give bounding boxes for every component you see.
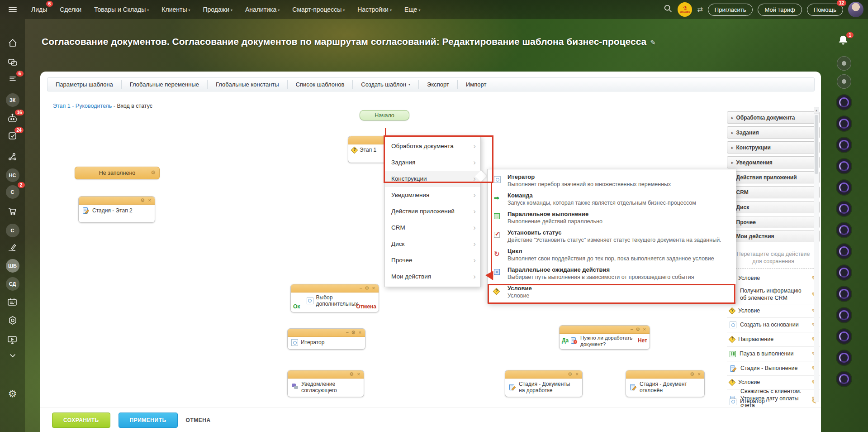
tariff-button[interactable]: Мой тариф [758, 4, 802, 16]
apply-button[interactable]: ПРИМЕНИТЬ [119, 413, 178, 428]
video-icon[interactable] [7, 334, 19, 345]
flow-node-start[interactable]: Начало [360, 110, 409, 120]
nav-deals[interactable]: Сделки [60, 6, 81, 13]
my-action-row[interactable]: Создать на основании ✎ [727, 318, 820, 332]
group-zk-avatar[interactable]: ЗК [6, 93, 19, 107]
app-shortcut-icon[interactable] [837, 287, 851, 301]
app-shortcut-icon[interactable] [837, 308, 851, 322]
close-icon[interactable]: × [372, 285, 375, 292]
tab-import[interactable]: Импорт [458, 78, 494, 91]
flow-node-choice[interactable]: − ⚙ × Выбор дополнительных Ок Отмена [290, 284, 379, 312]
gear-icon[interactable]: ⚙ [151, 169, 156, 176]
sign-icon[interactable] [7, 242, 19, 253]
group-c2-avatar[interactable]: С [6, 224, 19, 237]
portal-logo[interactable]: ⚗ BXLabs [678, 2, 692, 17]
app-shortcut-icon[interactable] [837, 95, 851, 110]
flow-node-stage-rework[interactable]: ⚙ × Стадия - Документы на доработке [505, 370, 583, 397]
chevron-down-icon[interactable] [7, 351, 18, 360]
my-action-row[interactable]: Условие ✎ [727, 376, 820, 389]
flow-node-stage-rejected[interactable]: ⚙ × Стадия - Документ отклонён [626, 370, 705, 397]
nav-settings[interactable]: Настройки▾ [357, 6, 392, 13]
tab-template-list[interactable]: Список шаблонов [288, 78, 353, 91]
gear-icon[interactable]: ⚙ [365, 285, 369, 292]
my-action-row[interactable]: Условие ✎ [727, 304, 820, 318]
minimize-icon[interactable]: − [631, 326, 633, 333]
app-shortcut-icon[interactable] [837, 138, 851, 152]
flow-node-notify[interactable]: ⚙ × Уведомление согласующего [287, 370, 364, 397]
tab-global-variables[interactable]: Глобальные переменные [122, 78, 207, 91]
menu-item-notifications[interactable]: Уведомления› [385, 187, 480, 203]
accordion-other[interactable]: ▸Прочее [727, 216, 820, 228]
app-shortcut-icon[interactable] [837, 329, 851, 344]
accordion-tasks[interactable]: ▸Задания [727, 126, 820, 139]
gear-icon[interactable]: ⚙ [351, 329, 356, 336]
menu-item-disk[interactable]: Диск› [385, 236, 480, 252]
accordion-my-actions[interactable]: ▸Мои действия [727, 230, 820, 242]
accordion-crm[interactable]: ▸CRM [727, 186, 820, 198]
hamburger-menu-icon[interactable] [0, 5, 25, 14]
cart-icon[interactable] [7, 206, 18, 216]
tab-global-constants[interactable]: Глобальные константы [208, 78, 287, 91]
close-icon[interactable]: × [359, 329, 361, 336]
home-icon[interactable] [7, 38, 18, 48]
menu-item-other[interactable]: Прочее› [385, 252, 480, 269]
submenu-item-iterator[interactable]: Итератор Выполняет перебор значений во м… [488, 172, 736, 191]
my-action-row[interactable]: Условие ✎ [727, 272, 820, 285]
close-icon[interactable]: × [698, 371, 701, 378]
gear-icon[interactable]: ⚙ [140, 197, 145, 204]
my-action-row[interactable]: Итератор ✎ [727, 396, 820, 408]
my-action-row[interactable]: Стадия - Выполнение ✎ [727, 361, 820, 376]
planner-icon[interactable] [7, 297, 19, 307]
gear-icon[interactable]: ⚙ [690, 371, 694, 378]
minimize-icon[interactable]: − [346, 329, 349, 336]
my-action-row[interactable]: Направление ✎ [727, 332, 820, 347]
automation-icon[interactable] [7, 315, 18, 326]
submenu-item-parallel-wait[interactable]: 8 Параллельное ожидание действия Выбирае… [488, 265, 736, 283]
app-shortcut-icon[interactable] [837, 180, 851, 195]
menu-item-app-actions[interactable]: Действия приложений› [385, 203, 480, 220]
rail-widget-icon[interactable] [837, 56, 851, 71]
gear-icon[interactable]: ⚙ [349, 371, 354, 378]
app-shortcut-icon[interactable] [837, 116, 851, 131]
submenu-item-parallel-execution[interactable]: → Параллельное выполнение Выполнение дей… [488, 209, 736, 228]
app-shortcut-icon[interactable] [837, 159, 851, 173]
tab-create-template[interactable]: Создать шаблон▾ [353, 78, 418, 91]
workspace-sd-avatar[interactable]: СД [6, 277, 19, 291]
settings-gear-icon[interactable]: ⚙ [8, 389, 17, 399]
nav-more[interactable]: Еще▾ [404, 6, 421, 13]
scrollbar-thumb[interactable] [815, 115, 818, 174]
flow-node-question[interactable]: − ⚙ × ! Нужно ли доработать документ? Да… [559, 325, 650, 350]
accordion-notifications[interactable]: ▸Уведомления [727, 156, 820, 168]
rail-widget-icon[interactable] [837, 74, 851, 89]
minimize-icon[interactable]: − [360, 285, 362, 292]
app-shortcut-icon[interactable] [837, 202, 851, 216]
search-icon[interactable] [664, 4, 673, 15]
scrollbar-up-button[interactable]: ▲ [814, 107, 819, 113]
feed-icon[interactable]: 6 [7, 74, 18, 85]
my-action-row[interactable]: Получить информацию об элементе CRM ✎ [727, 285, 820, 304]
help-button[interactable]: Помощь12 [807, 4, 843, 16]
nav-products[interactable]: Товары и Склады▾ [94, 6, 149, 13]
close-icon[interactable]: × [643, 326, 646, 333]
accordion-disk[interactable]: ▸Диск [727, 201, 820, 213]
nav-sales[interactable]: Продажи▾ [203, 6, 232, 13]
tasks-icon[interactable]: 24 [7, 130, 18, 141]
cancel-button[interactable]: ОТМЕНА [186, 417, 211, 423]
ai-assistant-icon[interactable]: 16 [7, 113, 19, 124]
breadcrumb-stage-link[interactable]: Этап 1 - Руководитель [53, 103, 112, 109]
accordion-app-actions[interactable]: ▸Действия приложений [727, 171, 820, 183]
nav-smart-processes[interactable]: Смарт-процессы▾ [292, 6, 345, 13]
nav-analytics[interactable]: Аналитика▾ [245, 6, 280, 13]
flow-node-iterator[interactable]: − ⚙ × Итератор [287, 328, 365, 350]
gear-icon[interactable]: ⚙ [568, 371, 572, 378]
flow-node-stage2[interactable]: ⚙ × Стадия - Этап 2 [78, 196, 155, 223]
menu-item-my-actions[interactable]: Мои действия› [385, 269, 480, 285]
nav-leads[interactable]: Лиды6 [31, 6, 47, 13]
invite-button[interactable]: Пригласить [708, 4, 753, 16]
gear-icon[interactable]: ⚙ [636, 326, 640, 333]
submenu-item-command[interactable]: ⇒ Команда Запуск команды, которая также … [488, 191, 736, 209]
action-dropzone[interactable]: Перетащите сюда действие для сохранения [731, 247, 815, 269]
switch-portal-icon[interactable]: ⇄ [697, 5, 703, 14]
submenu-item-loop[interactable]: ↻ Цикл Выполняет свои поддействия до тех… [488, 246, 736, 265]
notifications-bell-icon[interactable]: 1 [836, 34, 852, 49]
